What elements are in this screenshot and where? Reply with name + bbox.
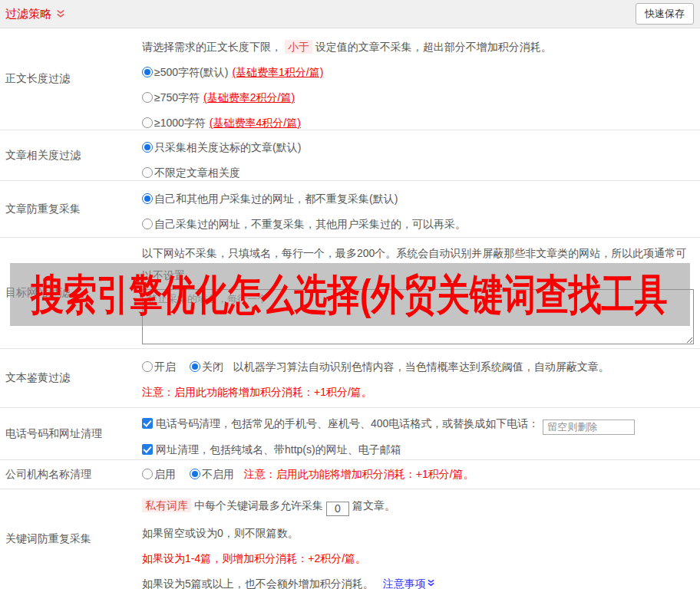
intro-prefix: 请选择需求的正文长度下限，: [142, 41, 282, 53]
length-filter-intro: 请选择需求的正文长度下限， 小于 设定值的文章不采集，超出部分不增加积分消耗。: [142, 39, 695, 55]
porn-filter-options: 开启 关闭 以机器学习算法自动识别色情内容，当色情概率达到系统阈值，自动屏蔽文章…: [142, 359, 695, 375]
keyword-count-input[interactable]: [326, 502, 349, 516]
row-label: 电话号码和网址清理: [0, 408, 142, 459]
row-label: 关键词防重复采集: [0, 489, 142, 589]
chevron-double-down-icon: [55, 8, 66, 21]
row-phone-url-clean: 电话号码和网址清理 电话号码清理，包括常见的手机号、座机号、400电话格式，或替…: [0, 408, 700, 460]
page-title: 过滤策略: [5, 7, 51, 21]
row-company-clean: 公司机构名称清理 启用 不启用 注意：启用此功能将增加积分消耗：+1积分/篇。: [0, 460, 700, 489]
section-toggle-filter-strategy[interactable]: 过滤策略: [5, 6, 66, 21]
row-label: 公司机构名称清理: [0, 460, 142, 489]
keyword-note-zero: 如果留空或设为0，则不限篇数。: [142, 525, 695, 541]
option-label: ≥1000字符: [154, 117, 206, 129]
checkbox-label: 网址清理，包括纯域名、带http(s)的网址、电子邮箱: [156, 443, 401, 456]
dedup-option-self: 自己采集过的网址，不重复采集，其他用户采集过的，可以再采。: [142, 216, 695, 232]
option-label: 不启用: [202, 468, 234, 480]
option-label: 自己和其他用户采集过的网址，都不重复采集(默认): [154, 192, 398, 205]
row-keyword-dedup: 关键词防重复采集 私有词库 中每个关键词最多允许采集篇文章。 如果留空或设为0，…: [0, 489, 700, 589]
company-clean-options: 启用 不启用 注意：启用此功能将增加积分消耗：+1积分/篇。: [142, 466, 474, 482]
row-relevance-filter: 文章相关度过滤 只采集相关度达标的文章(默认) 不限定文章相关度: [0, 130, 700, 181]
watermark-title: 搜索引擎优化怎么选择(外贸关键词查找工具: [31, 274, 667, 316]
length-option-500: ≥500字符(默认)(基础费率1积分/篇): [142, 64, 695, 81]
row-label: 文章防重复采集: [0, 181, 142, 237]
chevron-double-down-icon: [427, 576, 435, 589]
option-label: 开启: [154, 360, 176, 373]
radio-1000-chars[interactable]: [142, 117, 153, 128]
row-label: 文章相关度过滤: [0, 130, 142, 180]
radio-relevance-strict[interactable]: [142, 142, 153, 153]
option-label: 不限定文章相关度: [154, 166, 240, 179]
radio-porn-on[interactable]: [142, 361, 153, 372]
relevance-option-strict: 只采集相关度达标的文章(默认): [142, 140, 695, 156]
row-length-filter: 正文长度过滤 请选择需求的正文长度下限， 小于 设定值的文章不采集，超出部分不增…: [0, 28, 700, 130]
limit-text: 中每个关键词最多允许采集: [194, 499, 323, 512]
option-label: 只采集相关度达标的文章(默认): [154, 141, 301, 153]
relevance-option-any: 不限定文章相关度: [142, 165, 695, 181]
private-lexicon-link[interactable]: 私有词库: [142, 499, 191, 512]
porn-filter-note: 注意：启用此功能将增加积分消耗：+1积分/篇。: [142, 384, 695, 400]
row-label: 文本鉴黄过滤: [0, 349, 142, 407]
row-label: 正文长度过滤: [0, 28, 142, 130]
option-label: 关闭: [202, 360, 223, 373]
phone-clean-line: 电话号码清理，包括常见的手机号、座机号、400电话格式，或替换成如下电话：: [142, 414, 695, 435]
radio-relevance-any[interactable]: [142, 167, 153, 178]
length-option-750: ≥750字符(基础费率2积分/篇): [142, 90, 695, 106]
option-label: ≥500字符(默认): [154, 66, 228, 78]
keyword-limit-line: 私有词库 中每个关键词最多允许采集篇文章。: [142, 497, 695, 516]
dedup-option-global: 自己和其他用户采集过的网址，都不重复采集(默认): [142, 191, 695, 207]
keyword-note-five: 如果设为5篇或以上，也不会额外增加积分消耗。 注意事项: [142, 576, 695, 589]
checkbox-url-clean[interactable]: [142, 444, 153, 455]
company-clean-note: 注意：启用此功能将增加积分消耗：+1积分/篇。: [244, 468, 474, 480]
replacement-phone-input[interactable]: [543, 420, 635, 435]
intro-suffix: 设定值的文章不采集，超出部分不增加积分消耗。: [315, 41, 552, 53]
checkbox-phone-clean[interactable]: [142, 418, 153, 429]
notice-link[interactable]: 注意事项: [383, 577, 435, 589]
checkbox-label: 电话号码清理，包括常见的手机号、座机号、400电话格式，或替换成如下电话：: [156, 417, 539, 429]
note-text: 如果设为5篇或以上，也不会额外增加积分消耗。: [142, 577, 374, 589]
option-label: 自己采集过的网址，不重复采集，其他用户采集过的，可以再采。: [154, 218, 466, 230]
row-porn-filter: 文本鉴黄过滤 开启 关闭 以机器学习算法自动识别色情内容，当色情概率达到系统阈值…: [0, 349, 700, 408]
header-bar: 过滤策略 快速保存: [0, 0, 700, 28]
radio-porn-off[interactable]: [190, 361, 200, 372]
option-label: 启用: [154, 468, 176, 480]
url-clean-line: 网址清理，包括纯域名、带http(s)的网址、电子邮箱: [142, 442, 695, 458]
watermark-banner: 搜索引擎优化怎么选择(外贸关键词查找工具: [10, 263, 690, 326]
fee-link-750[interactable]: (基础费率2积分/篇): [203, 91, 295, 104]
limit-suffix: 篇文章。: [352, 499, 395, 512]
quick-save-button[interactable]: 快速保存: [636, 3, 694, 25]
radio-dedup-global[interactable]: [142, 193, 153, 204]
fee-link-500[interactable]: (基础费率1积分/篇): [232, 66, 323, 78]
radio-750-chars[interactable]: [142, 92, 153, 103]
less-than-highlight: 小于: [285, 40, 312, 54]
filter-strategy-page: 过滤策略 快速保存 正文长度过滤 请选择需求的正文长度下限， 小于 设定值的文章…: [0, 0, 700, 589]
radio-company-on[interactable]: [142, 469, 153, 479]
radio-dedup-self[interactable]: [142, 219, 153, 229]
option-label: ≥750字符: [154, 91, 200, 104]
porn-filter-description: 以机器学习算法自动识别色情内容，当色情概率达到系统阈值，自动屏蔽文章。: [233, 360, 609, 373]
radio-500-chars[interactable]: [142, 67, 153, 77]
fee-link-1000[interactable]: (基础费率4积分/篇): [210, 117, 301, 129]
radio-company-off[interactable]: [190, 469, 200, 479]
row-article-dedup: 文章防重复采集 自己和其他用户采集过的网址，都不重复采集(默认) 自己采集过的网…: [0, 181, 700, 238]
notice-link-label: 注意事项: [383, 577, 426, 589]
keyword-note-cost: 如果设为1-4篇，则增加积分消耗：+2积分/篇。: [142, 551, 695, 567]
length-option-1000: ≥1000字符(基础费率4积分/篇): [142, 115, 695, 131]
